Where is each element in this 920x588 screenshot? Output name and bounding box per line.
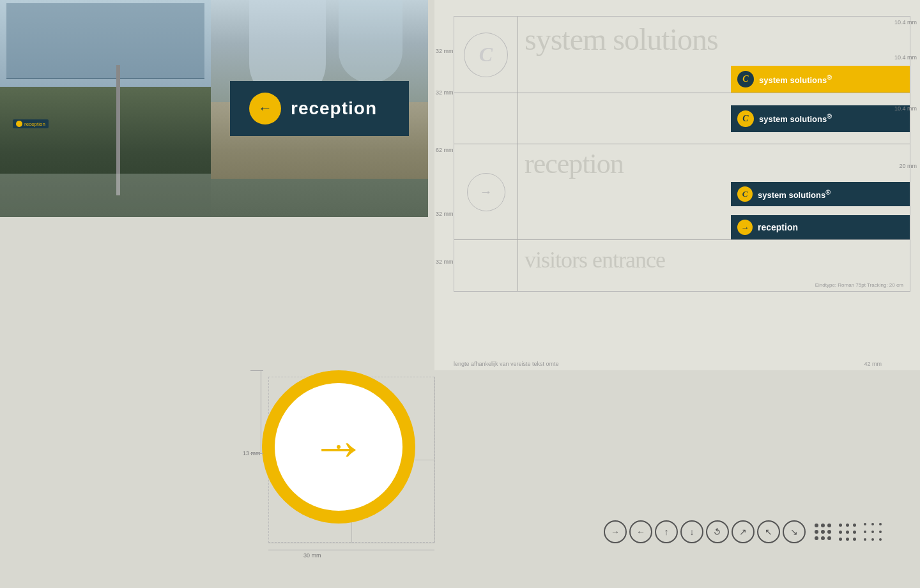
brand-c-3: C [742, 189, 748, 199]
dot [839, 531, 842, 534]
dim-group: 10.4 mm 10.4 mm 10.4 mm 20 mm [894, 6, 917, 169]
icon-set-row: → ← ↑ ↓ ↺ ↗ ↖ ↘ [604, 520, 882, 543]
c-letter-ghost-1: C [479, 43, 493, 66]
brand-logo-4: → [737, 220, 753, 235]
brand-logo-2: C [737, 110, 754, 127]
row-2-spacer [454, 93, 518, 144]
dim-l3: 62 mm [436, 147, 454, 153]
dot [846, 524, 849, 527]
dim-13mm-line-v [261, 370, 261, 453]
arrow-ne-icon: ↗ [732, 520, 755, 543]
white-inner-circle: → [275, 383, 402, 511]
arrow-up-icon: ↑ [655, 520, 678, 543]
dim-30mm-label: 30 mm [303, 552, 321, 559]
row-3-circle: → [454, 144, 518, 239]
logo-circle-2: → [467, 173, 505, 211]
diagram-section: C system solutions C system solutions® 1… [434, 0, 920, 370]
ghost-text-visitors: visitors entrance [518, 240, 910, 280]
dot [815, 524, 818, 527]
dot [853, 538, 856, 541]
diagram-row-2: C system solutions® [454, 93, 910, 144]
row-1-circle: C [454, 17, 518, 93]
dim-r3: 10.4 mm [894, 105, 917, 112]
sign-reception-text: reception [291, 98, 377, 119]
arrow-right-icon: → [604, 520, 627, 543]
sign-arrow-icon: ← [258, 100, 272, 117]
photo-right: ← reception [211, 0, 428, 217]
dot [864, 523, 866, 525]
arrow-down-icon: ↓ [680, 520, 703, 543]
branded-bar-dark-2: C system solutions® [731, 182, 910, 206]
sign-circle: ← [249, 93, 281, 124]
dot [839, 538, 842, 541]
photo-section: reception ← reception [0, 0, 428, 217]
row-2-content: C system solutions® [518, 93, 910, 144]
dot-grid-2 [839, 524, 856, 541]
dot [821, 536, 825, 540]
dim-l4: 32 mm [436, 211, 454, 217]
dot [827, 536, 831, 540]
brand-arrow-4: → [741, 223, 749, 232]
arrow-ghost: → [480, 185, 493, 199]
dim-r1: 10.4 mm [894, 19, 917, 26]
dot [879, 523, 882, 525]
dim-13mm-line-top [250, 370, 263, 371]
dot-grid-1 [815, 524, 831, 540]
bottom-notes: lengte afhankelijk van vereiste tekst om… [454, 361, 882, 367]
dot [839, 524, 842, 527]
dot [846, 531, 849, 534]
big-yellow-circle: → [262, 370, 415, 524]
dot [827, 530, 831, 534]
branded-bar-yellow-1: C system solutions® [731, 66, 910, 93]
dim-13mm-line-h [250, 453, 263, 454]
dot [853, 524, 856, 527]
dot [879, 538, 882, 541]
dot [846, 538, 849, 541]
main-diagram-box: C system solutions C system solutions® 1… [454, 16, 910, 292]
dim-r2: 10.4 mm [894, 54, 917, 61]
reception-sign: ← reception [230, 81, 409, 136]
logo-circle-1: C [464, 33, 508, 77]
branded-bar-dark-1: C system solutions® [731, 105, 910, 132]
arrow-diagram-inner: → 13 mm 30 mm [243, 351, 486, 562]
dot [864, 538, 866, 541]
left-dim-labels: 32 mm 32 mm 62 mm 32 mm 32 mm [436, 48, 454, 265]
small-sign: reception [13, 119, 49, 128]
brand-reception-text: reception [758, 222, 798, 232]
brand-text-3: system solutions® [758, 188, 831, 200]
row-4-spacer [454, 240, 518, 291]
diagram-row-3: → reception C system solutions® → re [454, 144, 910, 240]
brand-text-2: system solutions® [759, 112, 832, 124]
ghost-text-reception: reception [518, 144, 910, 183]
diagram-row-1: C system solutions C system solutions® 1… [454, 17, 910, 93]
dot [871, 523, 874, 525]
dot [821, 530, 825, 534]
branded-bar-dark-reception: → reception [731, 215, 910, 239]
ghost-text-system-1: system solutions [518, 17, 910, 62]
dot [864, 531, 866, 533]
dim-l2: 32 mm [436, 89, 454, 96]
dim-l1: 32 mm [436, 48, 454, 54]
dim-30mm-line [268, 550, 434, 550]
arrow-se-icon: ↘ [783, 520, 806, 543]
footer-note-1: Eindtype: Roman 75pt Tracking: 20 em [815, 282, 903, 288]
dim-labels-right: 10.4 mm 10.4 mm 10.4 mm 20 mm [894, 6, 917, 169]
dot [821, 524, 825, 527]
arrow-diagram-section: → 13 mm 30 mm [243, 351, 486, 562]
brand-logo-3: C [737, 186, 753, 202]
row-4-content: visitors entrance Eindtype: Roman 75pt T… [518, 240, 910, 291]
small-sign-text: reception [24, 121, 45, 127]
dim-l5: 32 mm [436, 259, 454, 265]
dot [871, 531, 874, 533]
brand-c-1: C [742, 74, 748, 84]
brand-c-2: C [742, 114, 748, 124]
grid-h2 [268, 543, 434, 543]
dot-grid-3 [864, 523, 882, 541]
dot [879, 531, 882, 533]
arrow-nw-icon: ↺ [706, 520, 729, 543]
dot [815, 536, 818, 540]
dot [853, 531, 856, 534]
center-dot [337, 445, 341, 449]
grid-v2 [434, 377, 435, 543]
footer-note-3: 42 mm [864, 361, 882, 367]
